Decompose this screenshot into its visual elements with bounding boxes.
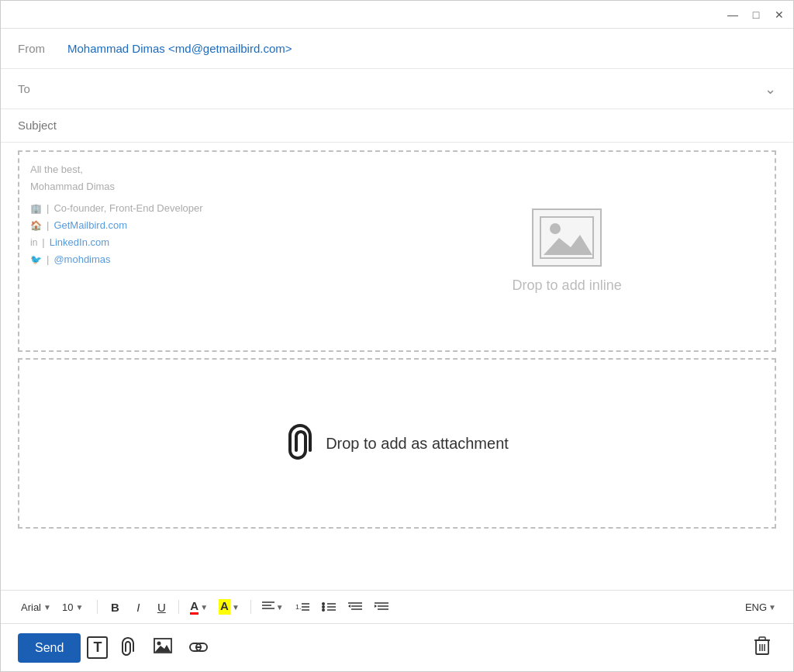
svg-marker-2	[544, 235, 592, 255]
ordered-list-icon: 1.	[295, 601, 309, 612]
from-label: From	[18, 42, 64, 55]
paperclip-icon	[285, 421, 315, 467]
sig-name: Mohammad Dimas	[30, 178, 348, 195]
subject-row	[1, 109, 793, 143]
unordered-list-icon	[322, 601, 336, 612]
font-size-select[interactable]: 10 ▼	[59, 600, 86, 615]
font-family-arrow-icon: ▼	[43, 603, 51, 612]
align-arrow-icon: ▼	[276, 603, 284, 612]
language-arrow-icon: ▼	[768, 603, 776, 612]
sig-separator-1: |	[47, 200, 49, 217]
font-size-value: 10	[62, 601, 73, 613]
indent-increase-button[interactable]	[371, 597, 392, 617]
sig-website-link[interactable]: GetMailbird.com	[54, 217, 127, 234]
from-value: Mohammad Dimas <md@getmailbird.com>	[67, 42, 292, 55]
sig-separator-4: |	[47, 251, 49, 268]
format-text-button[interactable]: T	[87, 636, 108, 659]
inline-drop-content: Drop to add inline	[359, 152, 775, 350]
italic-button[interactable]: I	[129, 597, 147, 617]
sig-separator-2: |	[47, 217, 49, 234]
attach-file-button[interactable]	[114, 632, 142, 663]
svg-marker-26	[155, 645, 171, 652]
sig-greeting: All the best,	[30, 161, 348, 178]
indent-decrease-button[interactable]	[344, 597, 366, 617]
highlight-color-button[interactable]: A ▼	[216, 597, 243, 617]
to-input[interactable]	[49, 82, 765, 95]
svg-marker-19	[348, 605, 350, 608]
svg-point-10	[322, 602, 325, 605]
home-icon: 🏠	[30, 218, 42, 233]
to-row: To ⌄	[1, 69, 793, 109]
align-icon	[262, 601, 274, 614]
svg-point-11	[322, 605, 325, 608]
font-color-arrow-icon: ▼	[200, 603, 208, 612]
insert-image-icon	[154, 638, 172, 657]
title-bar-controls: — □ ✕	[727, 9, 785, 21]
sig-title: Co-founder, Front-End Developer	[54, 200, 202, 217]
email-compose-window: — □ ✕ From Mohammad Dimas <md@getmailbir…	[0, 0, 794, 672]
chevron-down-icon[interactable]: ⌄	[765, 81, 776, 98]
svg-point-25	[157, 642, 161, 646]
font-color-button[interactable]: A ▼	[187, 597, 211, 617]
minimize-button[interactable]: —	[727, 9, 739, 21]
unordered-list-button[interactable]	[318, 597, 340, 617]
svg-text:1.: 1.	[295, 603, 302, 611]
subject-input[interactable]	[18, 119, 776, 132]
insert-link-button[interactable]	[184, 635, 213, 660]
signature-block: All the best, Mohammad Dimas 🏢 | Co-foun…	[19, 152, 359, 350]
attachment-drop-content: Drop to add as attachment	[285, 421, 509, 467]
underline-button[interactable]: U	[152, 597, 171, 617]
body-area: All the best, Mohammad Dimas 🏢 | Co-foun…	[1, 143, 793, 590]
svg-point-1	[550, 223, 561, 234]
font-family-value: Arial	[21, 601, 41, 613]
insert-image-button[interactable]	[148, 634, 178, 661]
separator-1	[97, 600, 98, 614]
separator-2	[178, 600, 179, 614]
to-label: To	[18, 82, 49, 95]
font-color-label: A	[190, 599, 198, 615]
align-button[interactable]: ▼	[259, 598, 287, 616]
svg-rect-30	[759, 637, 765, 640]
insert-link-icon	[189, 639, 208, 656]
highlight-color-label: A	[219, 599, 230, 615]
separator-3	[250, 600, 251, 614]
image-placeholder-icon	[532, 208, 602, 267]
inline-drop-zone[interactable]: All the best, Mohammad Dimas 🏢 | Co-foun…	[18, 150, 776, 352]
bold-button[interactable]: B	[105, 597, 124, 617]
indent-decrease-icon	[348, 601, 362, 612]
svg-marker-23	[375, 605, 377, 608]
building-icon: 🏢	[30, 201, 42, 216]
svg-point-12	[322, 608, 325, 612]
attachment-drop-zone[interactable]: Drop to add as attachment	[18, 358, 776, 529]
maximize-button[interactable]: □	[750, 9, 762, 21]
language-value: ENG	[745, 601, 767, 613]
format-text-icon: T	[93, 639, 102, 656]
trash-icon	[754, 642, 771, 659]
close-button[interactable]: ✕	[773, 9, 785, 21]
highlight-color-arrow-icon: ▼	[232, 603, 240, 612]
delete-button[interactable]	[748, 632, 776, 663]
send-button[interactable]: Send	[18, 633, 81, 663]
font-size-arrow-icon: ▼	[75, 603, 83, 612]
formatting-toolbar: Arial ▼ 10 ▼ B I U A ▼ A ▼	[1, 590, 793, 623]
drop-zones: All the best, Mohammad Dimas 🏢 | Co-foun…	[18, 150, 776, 582]
from-row: From Mohammad Dimas <md@getmailbird.com>	[1, 29, 793, 69]
language-select[interactable]: ENG ▼	[745, 601, 776, 613]
attachment-drop-label: Drop to add as attachment	[326, 435, 509, 453]
sig-separator-3: |	[42, 234, 44, 251]
sig-linkedin-link[interactable]: LinkedIn.com	[50, 234, 109, 251]
title-bar: — □ ✕	[1, 1, 793, 29]
attach-file-icon	[119, 636, 136, 660]
sig-twitter-link[interactable]: @mohdimas	[54, 251, 110, 268]
indent-increase-icon	[375, 601, 388, 612]
linkedin-icon: in	[30, 235, 37, 250]
ordered-list-button[interactable]: 1.	[292, 597, 313, 617]
font-family-select[interactable]: Arial ▼	[18, 600, 54, 615]
inline-drop-label: Drop to add inline	[513, 277, 622, 294]
action-bar: Send T	[1, 623, 793, 671]
twitter-icon: 🐦	[30, 252, 42, 267]
